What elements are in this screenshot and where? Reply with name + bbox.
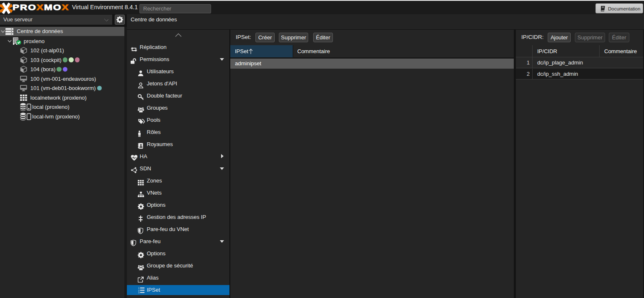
svg-text:3: 3 [138,291,139,293]
